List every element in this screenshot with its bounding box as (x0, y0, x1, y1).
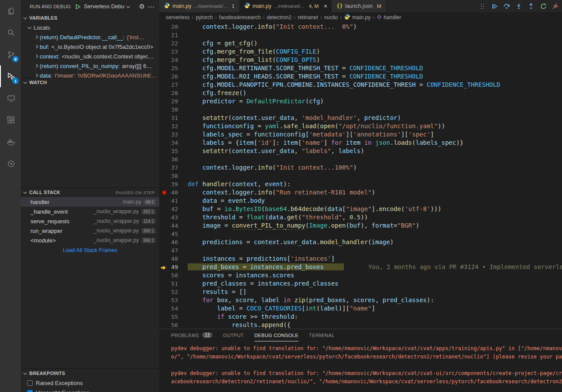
code-editor[interactable]: 20 context.logger.info("Init context... … (159, 23, 562, 329)
gutter[interactable]: 29 (159, 97, 188, 106)
gutter[interactable]: 42 (159, 205, 188, 213)
step-out-button[interactable] (527, 2, 535, 10)
gutter[interactable]: 28 (159, 89, 188, 97)
panel-tab-debug-console[interactable]: DEBUG CONSOLE (254, 329, 298, 341)
code-line[interactable]: 28 cfg.freeze() (159, 89, 562, 97)
panel-tab-output[interactable]: OUTPUT (223, 329, 244, 341)
gutter[interactable]: 36 (159, 155, 188, 164)
code-line[interactable]: 45 (159, 230, 562, 238)
breakpoint-icon[interactable] (162, 191, 166, 194)
breadcrumb-item-main.py[interactable]: main.py (344, 14, 370, 21)
gutter[interactable]: 37 (159, 164, 188, 172)
code-line[interactable]: 49 pred_boxes = instances.pred_boxesYou,… (159, 263, 562, 271)
code-line[interactable]: 39def handler(context, event): (159, 180, 562, 188)
gutter[interactable]: 31 (159, 114, 188, 122)
checkbox-checked[interactable]: ✓ (27, 390, 33, 392)
panel-tab-terminal[interactable]: TERMINAL (309, 329, 335, 341)
breadcrumb-item-handler[interactable]: handler (377, 14, 401, 21)
gutter[interactable]: 43 (159, 213, 188, 222)
source-control-icon[interactable]: 8 (0, 44, 21, 65)
restart-button[interactable] (539, 2, 547, 10)
code-line[interactable]: 23 cfg.merge_from_file(CONFIG_FILE) (159, 48, 562, 56)
gutter[interactable]: 52 (159, 288, 188, 296)
stack-frame[interactable]: run_wrapper_nuclio_wrapper.py360:1 (21, 226, 159, 235)
gear-icon[interactable]: ⚙ (139, 3, 145, 10)
code-line[interactable]: 47 (159, 246, 562, 255)
gutter[interactable]: 32 (159, 122, 188, 130)
tab-main.py[interactable]: main.py.../retinanet/...4, M× (240, 0, 332, 12)
code-line[interactable]: 43 threshold = float(data.get("threshold… (159, 213, 562, 222)
gutter[interactable]: 54 (159, 304, 188, 313)
variables-section-header[interactable]: VARIABLES (21, 13, 159, 23)
extensions-icon[interactable] (0, 109, 21, 131)
disconnect-button[interactable] (552, 2, 559, 10)
code-line[interactable]: 55 if score >= threshold: (159, 313, 562, 321)
gutter[interactable]: 26 (159, 72, 188, 81)
gutter[interactable]: 30 (159, 106, 188, 114)
code-line[interactable]: 56 results.append({ (159, 321, 562, 329)
code-line[interactable]: 27 cfg.MODEL.PANOPTIC_FPN.COMBINE.INSTAN… (159, 81, 562, 89)
gutter[interactable]: 20 (159, 23, 188, 31)
watch-section-header[interactable]: WATCH (21, 78, 159, 87)
close-icon[interactable]: × (324, 3, 327, 9)
start-debugging-icon[interactable] (74, 3, 82, 10)
tab-launch.json[interactable]: {}launch.jsonM (332, 0, 386, 12)
code-line[interactable]: 31 setattr(context.user_data, 'model_han… (159, 114, 562, 122)
step-into-button[interactable] (515, 2, 523, 10)
circle-icon[interactable] (0, 153, 21, 174)
gutter[interactable]: 46 (159, 238, 188, 246)
code-line[interactable]: 35 setattr(context.user_data, "labels", … (159, 147, 562, 155)
code-line[interactable]: 25 cfg.MODEL.RETINANET.SCORE_THRESH_TEST… (159, 64, 562, 72)
files-icon[interactable] (0, 0, 21, 22)
gutter[interactable]: 53 (159, 296, 188, 304)
code-line[interactable]: 37 context.logger.info("Init context...1… (159, 164, 562, 172)
load-all-stack-frames-link[interactable]: Load All Stack Frames (21, 245, 159, 256)
gutter[interactable]: 33 (159, 130, 188, 139)
checkbox-unchecked[interactable] (27, 380, 33, 386)
stack-frame[interactable]: handlermain.py49:1 (21, 197, 159, 207)
code-line[interactable]: 36 (159, 155, 562, 164)
code-line[interactable]: 38 (159, 172, 562, 180)
gutter[interactable]: 41 (159, 197, 188, 205)
gutter[interactable]: 48 (159, 255, 188, 263)
code-line[interactable]: 20 context.logger.info("Init context... … (159, 23, 562, 31)
code-line[interactable]: 48 instances = predictions['instances'] (159, 255, 562, 263)
gutter[interactable]: 25 (159, 64, 188, 72)
gutter[interactable]: 50 (159, 271, 188, 280)
code-line[interactable]: 46 predictions = context.user_data.model… (159, 238, 562, 246)
breadcrumb-item-nuclio[interactable]: nuclio (324, 14, 338, 20)
code-line[interactable]: 41 data = event.body (159, 197, 562, 205)
gutter[interactable]: 21 (159, 31, 188, 39)
breadcrumb-item-facebookresearch[interactable]: facebookresearch (219, 14, 260, 20)
gutter[interactable]: 49 (159, 263, 188, 271)
variable-row[interactable]: (return) DefaultPredictor.__call__:{'ins… (21, 32, 159, 42)
debug-console-output[interactable]: pydev debugger: unable to find translati… (159, 341, 562, 392)
code-line[interactable]: 26 cfg.MODEL.ROI_HEADS.SCORE_THRESH_TEST… (159, 72, 562, 81)
gutter[interactable]: 55 (159, 313, 188, 321)
stack-frame[interactable]: <module>_nuclio_wrapper.py366:1 (21, 235, 159, 245)
tab-main.py[interactable]: main.py.../siammask/...1 (159, 0, 240, 12)
variable-row[interactable]: (return) convert_PIL_to_numpy:array([[[ … (21, 61, 159, 71)
gutter[interactable]: 45 (159, 230, 188, 238)
gutter[interactable]: 56 (159, 321, 188, 329)
code-line[interactable]: 30 (159, 106, 562, 114)
breadcrumb-item-serverless[interactable]: serverless (166, 14, 190, 20)
gutter[interactable]: 23 (159, 48, 188, 56)
gutter[interactable]: 38 (159, 172, 188, 180)
code-line[interactable]: 22 cfg = get_cfg() (159, 39, 562, 48)
breakpoint-row[interactable]: Raised Exceptions (21, 378, 159, 388)
code-line[interactable]: 29 predictor = DefaultPredictor(cfg) (159, 97, 562, 106)
gutter[interactable]: 44 (159, 222, 188, 230)
run-debug-icon[interactable]: 1 (0, 65, 21, 87)
step-over-button[interactable] (503, 2, 511, 10)
code-line[interactable]: 21 (159, 31, 562, 39)
remote-explorer-icon[interactable] (0, 87, 21, 109)
breakpoint-row[interactable]: ✓Uncaught Exceptions (21, 388, 159, 392)
breadcrumb-item-retinanet[interactable]: retinanet (298, 14, 318, 20)
code-line[interactable]: 51 pred_classes = instances.pred_classes (159, 280, 562, 288)
variable-row[interactable]: data:{'image': 'iVBORw0KGgoAAAANSUhE… (21, 71, 159, 78)
gutter[interactable]: 47 (159, 246, 188, 255)
breadcrumb-item-pytorch[interactable]: pytorch (196, 14, 213, 20)
drag-handle[interactable] (478, 2, 486, 10)
gutter[interactable]: 27 (159, 81, 188, 89)
